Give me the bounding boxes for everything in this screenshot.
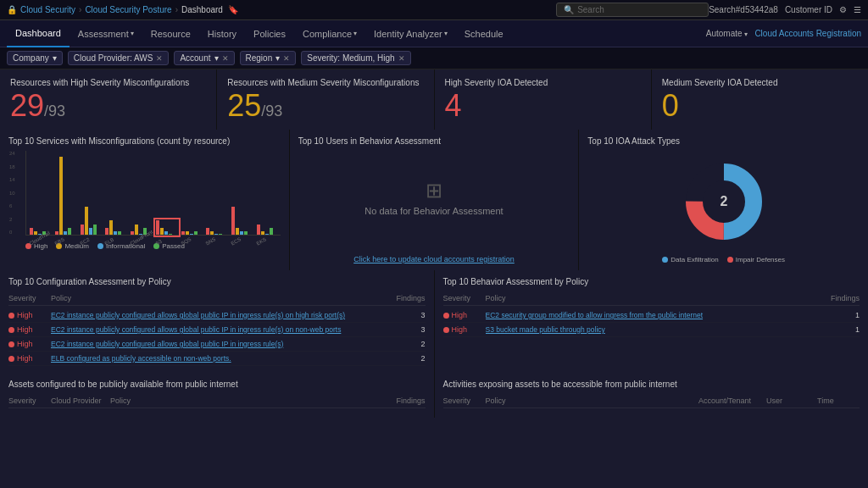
settings-icon[interactable]: ⚙ (839, 5, 847, 14)
severity-badge (8, 341, 14, 347)
bar-group: SNS (206, 228, 228, 235)
pa2-col-severity: Severity (443, 396, 486, 405)
nav-policies[interactable]: Policies (245, 20, 294, 47)
filter-account[interactable]: Account ▾ ✕ (174, 51, 234, 65)
bar-segment (210, 231, 214, 235)
behavior-policy-header: Severity Policy Findings (443, 291, 860, 306)
menu-icon[interactable]: ☰ (854, 5, 861, 14)
findings-value: 2 (392, 354, 426, 363)
behavior-col-findings-header: Findings (826, 294, 860, 302)
bar-chart-card: Top 10 Services with Misconfigurations (… (0, 130, 289, 270)
table-row: High EC2 instance publicly configured al… (8, 323, 426, 337)
metric-high-misconfig: Resources with High Severity Misconfigur… (0, 69, 216, 130)
filter-region[interactable]: Region ▾ ✕ (240, 51, 297, 65)
nav-compliance[interactable]: Compliance ▾ (294, 20, 365, 47)
navbar: Dashboard Assessment ▾ Resource History … (0, 20, 868, 47)
bottom-tables-row: Assets configured to be publicly availab… (0, 373, 868, 418)
bar-group: S3 (156, 220, 178, 235)
severity-badge (8, 356, 14, 362)
filter-company[interactable]: Company ▾ (7, 51, 63, 65)
bar-segment (34, 231, 37, 235)
automate-button[interactable]: Automate ▾ (706, 29, 748, 38)
metric-high-ioa-value: 4 (445, 91, 641, 121)
bar-segment (118, 231, 121, 235)
severity-badge (443, 327, 449, 333)
policy-tables-row: Top 10 Configuration Assessment by Polic… (0, 270, 868, 373)
severity-cell: High (8, 340, 51, 348)
metric-medium-ioa: Medium Severity IOA Detected 0 (652, 69, 868, 130)
nav-resource[interactable]: Resource (142, 20, 199, 47)
table-row: High ELB configured as publicly accessib… (8, 352, 426, 366)
filter-severity[interactable]: Severity: Medium, High ✕ (301, 51, 410, 65)
customer-id[interactable]: Customer ID (785, 5, 832, 14)
bar-segment (109, 220, 113, 235)
policy-link[interactable]: EC2 instance publicly configured allows … (51, 325, 392, 334)
filter-cloud-provider-close[interactable]: ✕ (156, 54, 163, 63)
severity-cell: High (8, 325, 51, 334)
bar-group: ELB (105, 220, 127, 235)
cloud-security-icon: 🔒 (7, 5, 17, 14)
search-bar[interactable]: 🔍 Search (556, 3, 709, 17)
bookmark-icon[interactable]: 🔖 (228, 5, 238, 14)
donut-svg: 2 (682, 159, 766, 244)
bar-segment (156, 220, 159, 235)
filter-account-close[interactable]: ✕ (222, 54, 229, 63)
findings-value: 2 (392, 340, 426, 348)
topbar-right: Search#d53442a8 Customer ID ⚙ ☰ (709, 5, 861, 14)
behavior-findings-value: 1 (826, 311, 860, 319)
severity-cell: High (8, 354, 51, 363)
update-accounts-link[interactable]: Click here to update cloud accounts regi… (298, 255, 570, 263)
findings-value: 3 (392, 311, 426, 319)
severity-label: High (452, 311, 468, 319)
nav-schedule[interactable]: Schedule (456, 20, 512, 47)
behavior-policy-title: Top 10 Behavior Assessment by Policy (443, 277, 860, 286)
bar-group: ECS (231, 207, 253, 235)
severity-badge (8, 327, 14, 333)
public-assets-card: Assets configured to be publicly availab… (0, 373, 434, 418)
breadcrumb-cloud-security[interactable]: Cloud Security (20, 5, 75, 14)
public-assets-header: Severity Cloud Provider Policy Findings (8, 394, 426, 408)
nav-dashboard[interactable]: Dashboard (7, 20, 70, 47)
bar-segment (231, 207, 235, 235)
filter-cloud-provider[interactable]: Cloud Provider: AWS ✕ (68, 51, 170, 65)
breadcrumb-posture[interactable]: Cloud Security Posture (85, 5, 171, 14)
metric-high-value: 29/93 (10, 91, 206, 121)
bar-group: CloudFront (131, 225, 153, 236)
policy-link[interactable]: EC2 instance publicly configured allows … (51, 340, 392, 348)
nav-identity[interactable]: Identity Analyzer ▾ (365, 20, 456, 47)
bar-segment (219, 234, 222, 235)
pa-col-cloud: Cloud Provider (51, 396, 110, 405)
filter-severity-close[interactable]: ✕ (398, 54, 405, 63)
bar-group: EBS (55, 157, 77, 235)
table-row: High S3 bucket made public through polic… (443, 323, 860, 337)
pa-col-severity: Severity (8, 396, 51, 405)
config-assessment-card: Top 10 Configuration Assessment by Polic… (0, 270, 434, 373)
nav-items: Dashboard Assessment ▾ Resource History … (7, 20, 706, 47)
behavior-col-severity-header: Severity (443, 294, 486, 302)
behavior-policy-link[interactable]: S3 bucket made public through policy (486, 325, 826, 334)
policy-link[interactable]: EC2 instance publicly configured allows … (51, 311, 392, 319)
bar-segment (64, 231, 67, 235)
table-row: High EC2 instance publicly configured al… (8, 308, 426, 323)
bar-segment (59, 157, 63, 235)
bar-segment (169, 234, 172, 235)
pa2-col-time: Time (817, 396, 860, 405)
bar-segment (244, 231, 248, 235)
main-content: Resources with High Severity Misconfigur… (0, 69, 868, 488)
behavior-assessment-title: Top 10 Users in Behavior Assessment (298, 136, 570, 146)
bar-segment (206, 228, 209, 235)
severity-label: High (17, 354, 33, 363)
policy-link[interactable]: ELB configured as publicly accessible on… (51, 354, 392, 363)
bar-segment (270, 228, 273, 235)
nav-history[interactable]: History (199, 20, 245, 47)
search-id[interactable]: Search#d53442a8 (709, 5, 778, 14)
severity-cell: High (443, 311, 486, 319)
filter-region-arrow: ▾ (275, 53, 280, 63)
bar-segment (190, 234, 193, 235)
severity-label: High (452, 325, 468, 334)
no-data-icon: ⊞ (426, 179, 442, 202)
filter-region-close[interactable]: ✕ (283, 54, 290, 63)
behavior-policy-link[interactable]: EC2 security group modified to allow ing… (486, 311, 826, 319)
nav-assessment[interactable]: Assessment ▾ (70, 20, 142, 47)
cloud-accounts-registration[interactable]: Cloud Accounts Registration (754, 29, 861, 38)
